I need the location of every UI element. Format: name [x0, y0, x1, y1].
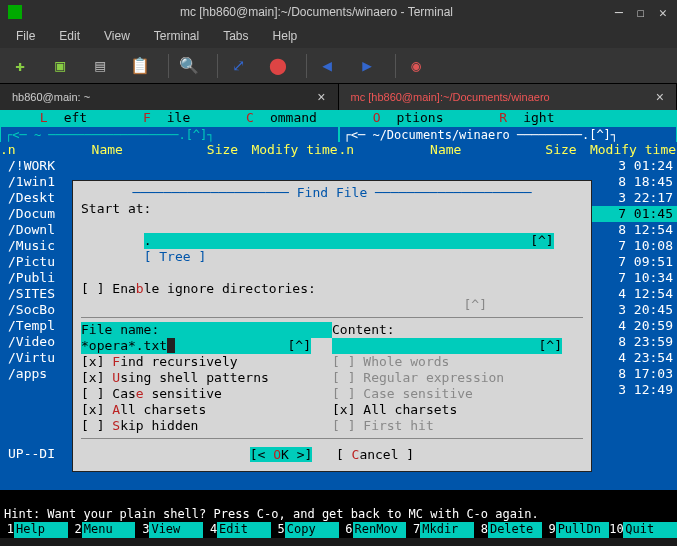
fkey-quit[interactable]: 10Quit	[609, 522, 677, 538]
cancel-button[interactable]: [ Cancel ]	[336, 447, 414, 462]
menu-file[interactable]: File	[4, 29, 47, 43]
mc-left-path: ┌<─ ~ ──────────────────.[^]┐	[0, 126, 339, 142]
mc-menu-left[interactable]: Left	[0, 110, 103, 126]
menu-help[interactable]: Help	[261, 29, 310, 43]
opt-all-charsets2[interactable]: [x] All charsets	[332, 402, 583, 418]
filename-label: File name:	[81, 322, 332, 338]
new-window-icon[interactable]: ▣	[48, 54, 72, 78]
tab-shell[interactable]: hb860@main: ~ ×	[0, 84, 339, 110]
list-item[interactable]: /!WORK	[0, 158, 339, 174]
mc-body: /!WORK/1win1/Deskt/Docum/Downl/Music/Pic…	[0, 158, 677, 446]
opt-regex[interactable]: [ ] Regular expression	[332, 370, 583, 386]
col-name[interactable]: Name	[359, 142, 534, 158]
tab-label: hb860@main: ~	[12, 91, 90, 103]
tab-close-icon[interactable]: ×	[656, 89, 664, 105]
opt-all-charsets[interactable]: [x] All charsets	[81, 402, 332, 418]
tab-label: mc [hb860@main]:~/Documents/winaero	[351, 91, 550, 103]
fkey-mkdir[interactable]: 7Mkdir	[406, 522, 474, 538]
search-icon[interactable]: 🔍	[177, 54, 201, 78]
prev-icon[interactable]: ◀	[315, 54, 339, 78]
fkey-delete[interactable]: 8Delete	[474, 522, 542, 538]
fkey-view[interactable]: 3View	[135, 522, 203, 538]
list-item[interactable]: 3 01:24	[339, 158, 678, 174]
window-titlebar: mc [hb860@main]:~/Documents/winaero - Te…	[0, 0, 677, 24]
opt-whole-words[interactable]: [ ] Whole words	[332, 354, 583, 370]
fkey-help[interactable]: 1Help	[0, 522, 68, 538]
opt-first-hit[interactable]: [ ] First hit	[332, 418, 583, 434]
start-at-label: Start at:	[81, 201, 583, 217]
dialog-title: ──────────────────── Find File ─────────…	[81, 185, 583, 201]
tab-close-icon[interactable]: ×	[317, 89, 325, 105]
hint-line: Hint: Want your plain shell? Press C-o, …	[0, 490, 677, 522]
opt-shell-patterns[interactable]: [x] Using shell patterns	[81, 370, 332, 386]
content-label: Content:	[332, 322, 583, 338]
mc-right-path: ┌<─ ~/Documents/winaero ─────────.[^]┐	[339, 126, 678, 142]
col-flag: .n	[0, 142, 20, 158]
minimize-button[interactable]: ─	[613, 6, 625, 18]
start-at-input[interactable]: .[^]	[144, 233, 554, 249]
opt-skip-hidden[interactable]: [ ] Skip hidden	[81, 418, 332, 434]
filename-input[interactable]: *opera*.txt [^]	[81, 338, 311, 354]
fkey-renmov[interactable]: 6RenMov	[339, 522, 407, 538]
mc-menubar: Left File Command Options Right	[0, 110, 677, 126]
mc-menu-file[interactable]: File	[103, 110, 206, 126]
col-size[interactable]: Size	[533, 142, 589, 158]
maximize-button[interactable]: ☐	[635, 6, 647, 18]
menu-tabs[interactable]: Tabs	[211, 29, 260, 43]
terminal-icon	[8, 5, 22, 19]
copy-icon[interactable]: ▤	[88, 54, 112, 78]
tab-mc[interactable]: mc [hb860@main]:~/Documents/winaero ×	[339, 84, 678, 110]
opt-case-sensitive2[interactable]: [ ] Case sensitive	[332, 386, 583, 402]
opt-recursive[interactable]: [x] Find recursively	[81, 354, 332, 370]
ignore-dirs-input: [^]	[81, 297, 583, 313]
fkey-pulldn[interactable]: 9PullDn	[542, 522, 610, 538]
toolbar: ✚ ▣ ▤ 📋 🔍 ⤢ ⬤ ◀ ▶ ◉	[0, 48, 677, 84]
ok-button[interactable]: [< OK >]	[250, 447, 313, 462]
col-time[interactable]: Modify time	[251, 142, 339, 158]
mc-menu-options[interactable]: Options	[333, 110, 460, 126]
content-input[interactable]: [^]	[332, 338, 562, 354]
find-file-dialog: ──────────────────── Find File ─────────…	[72, 180, 592, 472]
function-key-bar: 1Help2Menu3View4Edit5Copy6RenMov7Mkdir8D…	[0, 522, 677, 538]
window-title: mc [hb860@main]:~/Documents/winaero - Te…	[30, 5, 603, 19]
col-size[interactable]: Size	[195, 142, 251, 158]
mc-menu-command[interactable]: Command	[206, 110, 333, 126]
paste-icon[interactable]: 📋	[128, 54, 152, 78]
help-icon[interactable]: ◉	[404, 54, 428, 78]
col-name[interactable]: Name	[20, 142, 195, 158]
fullscreen-icon[interactable]: ⤢	[226, 54, 250, 78]
fkey-edit[interactable]: 4Edit	[203, 522, 271, 538]
mc-panel: Left File Command Options Right ┌<─ ~ ──…	[0, 110, 677, 490]
lock-icon[interactable]: ⬤	[266, 54, 290, 78]
fkey-menu[interactable]: 2Menu	[68, 522, 136, 538]
mc-path-row: ┌<─ ~ ──────────────────.[^]┐ ┌<─ ~/Docu…	[0, 126, 677, 142]
menu-terminal[interactable]: Terminal	[142, 29, 211, 43]
menu-view[interactable]: View	[92, 29, 142, 43]
next-icon[interactable]: ▶	[355, 54, 379, 78]
app-menubar: File Edit View Terminal Tabs Help	[0, 24, 677, 48]
mc-menu-right[interactable]: Right	[460, 110, 571, 126]
close-button[interactable]: ✕	[657, 6, 669, 18]
menu-edit[interactable]: Edit	[47, 29, 92, 43]
new-tab-icon[interactable]: ✚	[8, 54, 32, 78]
col-time[interactable]: Modify time	[589, 142, 677, 158]
mc-column-headers: .n Name Size Modify time .n Name Size Mo…	[0, 142, 677, 158]
opt-case-sensitive[interactable]: [ ] Case sensitive	[81, 386, 332, 402]
terminal-tabs: hb860@main: ~ × mc [hb860@main]:~/Docume…	[0, 84, 677, 110]
fkey-copy[interactable]: 5Copy	[271, 522, 339, 538]
enable-ignore-checkbox[interactable]: [ ] Enable ignore directories:	[81, 281, 583, 297]
col-flag: .n	[339, 142, 359, 158]
tree-button[interactable]: [ Tree ]	[144, 249, 207, 264]
